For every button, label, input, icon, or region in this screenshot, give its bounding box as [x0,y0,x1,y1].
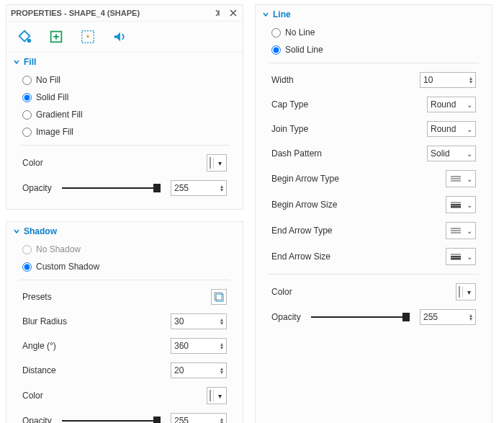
label-angle: Angle (°) [22,341,56,351]
size-tab-icon[interactable] [48,29,64,45]
section-title-label: Shadow [24,226,57,236]
chevron-down-icon [14,226,19,236]
radio-input[interactable] [22,245,32,254]
chevron-down-icon [263,9,269,19]
radio-input[interactable] [22,262,32,272]
begin-arrow-size-select[interactable]: ⌄ [446,196,476,213]
shadow-color-swatch [210,390,211,401]
radio-no-fill[interactable]: No Fill [14,71,235,89]
label-dash: Dash Pattern [271,148,322,159]
dash-pattern-select[interactable]: Solid ⌄ [427,146,476,161]
shadow-distance-value[interactable]: 20 ▴▾ [171,362,227,378]
line-color-picker[interactable]: ▾ [456,283,476,300]
label-line-color: Color [271,287,292,297]
radio-label: Solid Fill [36,92,68,102]
radio-label: No Fill [36,75,60,85]
panel-shadow: Shadow No Shadow Custom Shadow Presets [6,221,243,423]
label-begin-arrow-type: Begin Arrow Type [271,174,339,184]
radio-input[interactable] [22,128,32,137]
radio-image-fill[interactable]: Image Fill [14,123,235,141]
shadow-presets-picker[interactable] [211,289,227,305]
radio-label: Image Fill [36,127,73,137]
line-opacity-slider[interactable] [311,316,410,318]
spinner-icon[interactable]: ▴▾ [217,342,223,349]
shadow-color-picker[interactable]: ▾ [207,387,227,404]
section-title-label: Line [273,9,291,19]
section-shadow[interactable]: Shadow [6,222,243,238]
label-shadow-color: Color [22,391,43,401]
panel-fill: PROPERTIES - SHAPE_4 (SHAPE) [6,4,243,210]
radio-label: Gradient Fill [36,110,83,120]
radio-label: Solid Line [285,45,323,55]
radio-custom-shadow[interactable]: Custom Shadow [14,258,235,275]
spinner-icon[interactable]: ▴▾ [467,313,472,321]
shadow-angle-value[interactable]: 360 ▴▾ [171,338,227,354]
value: Round [431,124,456,134]
section-fill[interactable]: Fill [6,53,243,68]
radio-input[interactable] [271,28,281,37]
shadow-blur-value[interactable]: 30 ▴▾ [171,313,227,329]
fill-color-swatch [210,157,211,169]
join-type-select[interactable]: Round ⌄ [427,121,476,137]
chevron-down-icon: ⌄ [467,227,472,235]
spinner-icon[interactable]: ▴▾ [217,318,223,325]
group-tab-icon[interactable] [80,29,96,45]
dropdown-arrow-icon: ▾ [213,391,226,401]
radio-solid-line[interactable]: Solid Line [263,41,485,58]
chevron-down-icon: ⌄ [467,201,472,209]
value: Solid [431,148,450,159]
fill-opacity-value[interactable]: 255 ▴▾ [171,180,227,196]
section-line[interactable]: Line [256,5,492,21]
line-width-value[interactable]: 10 ▴▾ [420,72,476,88]
radio-solid-fill[interactable]: Solid Fill [14,89,235,106]
label-begin-arrow-size: Begin Arrow Size [271,200,337,210]
radio-input[interactable] [22,76,32,85]
label-blur: Blur Radius [22,316,67,326]
chevron-down-icon: ⌄ [467,150,472,158]
value: 10 [423,75,433,85]
begin-arrow-type-select[interactable]: ⌄ [446,170,476,187]
spinner-icon[interactable]: ▴▾ [217,417,223,423]
close-icon[interactable] [228,8,238,18]
shadow-opacity-slider[interactable] [62,420,161,422]
spinner-icon[interactable]: ▴▾ [467,76,472,84]
line-opacity-value[interactable]: 255 ▴▾ [420,309,476,325]
end-arrow-type-select[interactable]: ⌄ [446,222,476,239]
value: 30 [174,316,184,326]
label-presets: Presets [22,292,52,302]
radio-input[interactable] [22,93,32,102]
fill-opacity-slider[interactable] [62,187,161,189]
radio-no-shadow[interactable]: No Shadow [14,241,235,258]
shadow-opacity-value[interactable]: 255 ▴▾ [171,413,227,423]
chevron-down-icon: ⌄ [467,125,472,133]
slider-thumb[interactable] [153,184,161,192]
panel-line: Line No Line Solid Line Width 10 ▴▾ Cap … [255,4,492,423]
radio-input[interactable] [271,45,281,55]
spinner-icon[interactable]: ▴▾ [217,184,223,192]
section-title-label: Fill [24,57,36,67]
audio-tab-icon[interactable] [112,29,127,45]
radio-gradient-fill[interactable]: Gradient Fill [14,106,235,123]
radio-no-line[interactable]: No Line [263,24,485,41]
radio-label: No Shadow [36,244,81,254]
label-line-opacity: Opacity [271,312,301,322]
label-join: Join Type [271,124,308,134]
panel-title: PROPERTIES - SHAPE_4 (SHAPE) [11,9,140,17]
slider-thumb[interactable] [402,313,410,321]
label-end-arrow-size: End Arrow Size [271,251,330,262]
chevron-down-icon: ⌄ [467,175,472,183]
radio-input[interactable] [22,110,32,120]
radio-label: No Line [285,27,315,37]
value: 255 [174,416,189,423]
chevron-down-icon [14,57,19,67]
fill-tab-icon[interactable] [17,29,32,45]
cap-type-select[interactable]: Round ⌄ [427,97,476,112]
spinner-icon[interactable]: ▴▾ [217,367,223,374]
pin-icon[interactable] [214,8,224,18]
chevron-down-icon: ⌄ [467,101,472,109]
end-arrow-size-select[interactable]: ⌄ [446,248,476,265]
slider-thumb[interactable] [153,417,161,423]
fill-color-picker[interactable]: ▾ [207,154,227,172]
value: 360 [174,341,189,351]
label-distance: Distance [22,365,56,375]
